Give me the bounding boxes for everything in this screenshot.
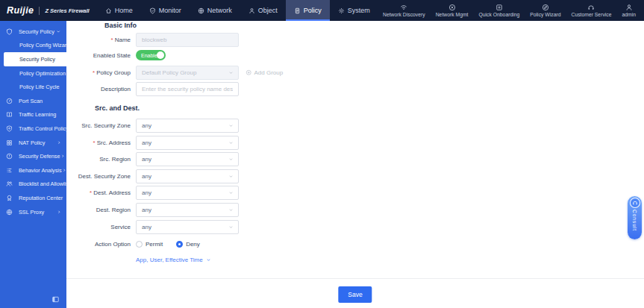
book-icon	[6, 111, 19, 118]
src-region-row: Src. Region any	[66, 152, 239, 166]
util-label: Customer Service	[571, 12, 611, 17]
tab-label: Monitor	[159, 7, 181, 14]
sidebar-item-label: Policy Optimization	[19, 70, 66, 77]
select-value: any	[142, 139, 151, 146]
tab-policy[interactable]: Policy	[286, 0, 330, 21]
description-row: Description	[66, 82, 239, 96]
name-input[interactable]	[136, 33, 239, 47]
radio-circle-icon	[176, 241, 183, 248]
network-discovery-button[interactable]: Network Discovery	[383, 4, 425, 17]
src-region-select[interactable]: any	[136, 152, 239, 166]
sidebar-item-policy-config-wizard[interactable]: Policy Config Wizard	[0, 39, 66, 53]
chevron-down-icon	[56, 29, 61, 34]
chevron-down-icon	[228, 190, 234, 195]
permit-radio[interactable]: Permit	[136, 241, 163, 248]
admin-menu[interactable]: admin	[622, 4, 636, 17]
consult-widget[interactable]: Consult	[628, 196, 642, 239]
headset-icon	[587, 4, 595, 11]
network-mgmt-button[interactable]: Network Mgmt	[436, 4, 469, 17]
medal-icon	[6, 195, 19, 201]
sidebar-item-traffic-learning[interactable]: Traffic Learning	[0, 108, 66, 122]
grid-icon	[6, 139, 19, 146]
src-address-select[interactable]: any	[136, 136, 239, 150]
select-value: any	[142, 207, 151, 213]
dest-security-zone-select[interactable]: any	[136, 169, 239, 183]
dest-address-row: *Dest. Address any	[66, 186, 239, 200]
tab-system[interactable]: System	[330, 0, 378, 21]
tab-monitor[interactable]: Monitor	[141, 0, 190, 21]
brand-product-name: Z Series Firewall	[45, 7, 89, 14]
sidebar-item-blocklist-and-allowlist[interactable]: Blocklist and Allowlist	[0, 177, 66, 192]
select-value: any	[142, 224, 151, 230]
service-select[interactable]: any	[136, 220, 239, 234]
sidebar-item-policy-optimization[interactable]: Policy Optimization	[0, 66, 66, 81]
required-asterisk: *	[111, 37, 113, 43]
list-lines-icon	[6, 167, 19, 174]
brand-divider	[39, 7, 40, 15]
people-icon	[6, 180, 19, 187]
chevron-down-icon	[228, 174, 234, 179]
sidebar-item-traffic-control-policy[interactable]: Traffic Control Policy	[0, 122, 66, 136]
add-group-button[interactable]: Add Group	[246, 69, 283, 76]
sidebar-item-nat-policy[interactable]: NAT Policy	[0, 136, 66, 150]
toggle-label: Enable	[141, 53, 157, 58]
sidebar-item-label: NAT Policy	[19, 139, 45, 146]
brand: Ruijie Z Series Firewall	[0, 0, 90, 21]
util-label: Network Mgmt	[436, 12, 469, 17]
shield-bolt-icon	[6, 153, 19, 160]
src-security-zone-row: Src. Security Zone any	[66, 119, 239, 133]
enabled-state-toggle[interactable]: Enable	[136, 50, 166, 60]
select-value: any	[142, 173, 151, 180]
tab-label: Network	[207, 7, 232, 14]
sidebar-item-ssl-proxy[interactable]: SSL Proxy	[0, 205, 66, 219]
circle-x-icon	[448, 4, 456, 11]
customer-service-button[interactable]: Customer Service	[571, 4, 611, 17]
description-input[interactable]	[136, 82, 239, 96]
tab-label: System	[348, 7, 370, 14]
src-security-zone-select[interactable]: any	[136, 119, 239, 133]
deny-radio[interactable]: Deny	[176, 241, 200, 248]
tab-network[interactable]: Network	[190, 0, 240, 21]
chevron-down-icon	[228, 70, 234, 75]
tab-object[interactable]: Object	[240, 0, 286, 21]
consult-label: Consult	[632, 210, 637, 231]
user-icon	[625, 4, 633, 11]
policy-wizard-button[interactable]: Policy Wizard	[530, 4, 560, 17]
sidebar-item-policy-life-cycle[interactable]: Policy Life Cycle	[0, 80, 66, 94]
sidebar-item-reputation-center[interactable]: Reputation Center	[0, 191, 66, 205]
sidebar-item-security-defense[interactable]: Security Defense	[0, 149, 66, 163]
policy-group-select[interactable]: Default Policy Group	[136, 66, 239, 80]
dest-address-select[interactable]: any	[136, 186, 239, 200]
sidebar-item-behavior-analysis[interactable]: Behavior Analysis	[0, 163, 66, 177]
chevron-down-icon	[228, 157, 234, 162]
footer-divider	[66, 278, 644, 279]
policy-doc-icon	[294, 7, 301, 14]
sidebar-collapse-button[interactable]	[51, 295, 60, 304]
util-label: Network Discovery	[383, 12, 425, 17]
chevron-right-icon	[60, 154, 66, 159]
required-asterisk: *	[93, 69, 95, 76]
quick-onboarding-button[interactable]: Quick Onboarding	[479, 4, 520, 17]
sidebar-item-label: Security Defense	[19, 153, 60, 160]
sidebar-item-port-scan[interactable]: Port Scan	[0, 94, 66, 108]
chevron-down-icon	[228, 123, 234, 128]
radar-icon	[6, 98, 19, 104]
src-dest-heading: Src. and Dest.	[95, 104, 140, 112]
add-group-label: Add Group	[254, 69, 284, 76]
dest-region-select[interactable]: any	[136, 203, 239, 217]
tab-home[interactable]: Home	[97, 0, 141, 21]
sidebar-item-label: Security Policy	[19, 56, 55, 63]
policy-group-row: *Policy Group Default Policy Group Add G…	[66, 66, 283, 80]
sidebar-group-security-policy[interactable]: Security Policy	[0, 25, 66, 39]
sidebar-item-label: Reputation Center	[19, 195, 63, 201]
select-value: any	[142, 122, 151, 129]
radio-circle-icon	[136, 241, 143, 248]
dest-region-label: Dest. Region	[66, 207, 131, 213]
circle-plus-icon	[246, 69, 252, 76]
compass-icon	[542, 4, 549, 11]
app-user-effective-time-expander[interactable]: App, User, Effective Time	[136, 257, 211, 263]
tab-label: Home	[115, 7, 133, 14]
action-option-row: Action Option Permit Deny	[66, 237, 213, 251]
save-button[interactable]: Save	[338, 286, 372, 303]
sidebar-item-security-policy[interactable]: Security Policy	[4, 52, 66, 66]
